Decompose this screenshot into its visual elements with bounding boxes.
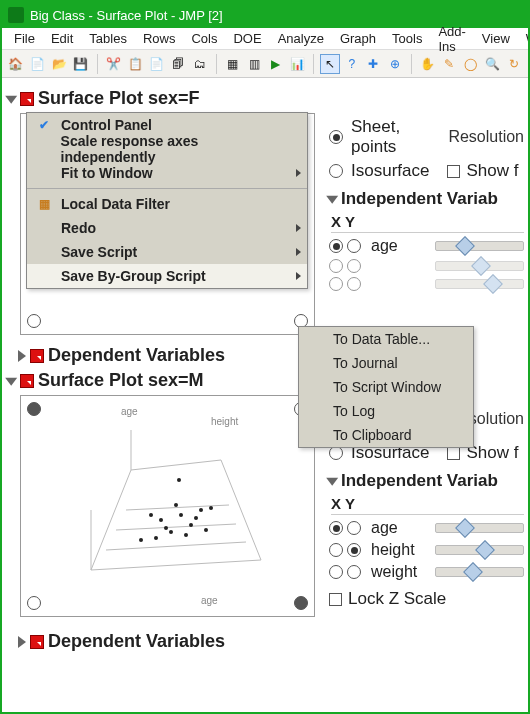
radio-y-weight[interactable] (347, 277, 361, 291)
radio-y-age[interactable] (347, 521, 361, 535)
slider-age[interactable] (435, 523, 524, 533)
slider-handle-icon[interactable] (475, 540, 495, 560)
xy-header: X Y (331, 213, 524, 233)
plot-corner-handle[interactable] (27, 314, 41, 328)
tb-table-icon[interactable]: ▦ (223, 54, 243, 74)
radio-x-age[interactable] (329, 521, 343, 535)
checkbox-lockz[interactable] (329, 593, 342, 606)
red-triangle-menu-icon[interactable] (30, 349, 44, 363)
menu-doe[interactable]: DOE (225, 29, 269, 48)
tb-paste-icon[interactable]: 📄 (147, 54, 167, 74)
svg-point-33 (164, 526, 168, 530)
radio-x-age[interactable] (329, 239, 343, 253)
plot-corner-handle[interactable] (27, 596, 41, 610)
section-m-title: Surface Plot sex=M (38, 370, 204, 391)
tb-brush-icon[interactable]: ✎ (440, 54, 460, 74)
menu-cols[interactable]: Cols (183, 29, 225, 48)
indep-vars-header[interactable]: Independent Variab (329, 189, 524, 209)
sub-to-datatable[interactable]: To Data Table... (299, 327, 473, 351)
dep-vars-header-m[interactable]: Dependent Variables (18, 631, 524, 652)
slider-handle-icon[interactable] (455, 518, 475, 538)
submenu-arrow-icon (296, 272, 301, 280)
radio-y-age[interactable] (347, 239, 361, 253)
tb-arrow-icon[interactable]: ↖ (320, 54, 340, 74)
tb-cols-icon[interactable]: ▥ (244, 54, 264, 74)
disclosure-triangle-icon[interactable] (5, 377, 17, 385)
tb-new-icon[interactable]: 📄 (28, 54, 48, 74)
slider-handle-icon[interactable] (471, 256, 491, 276)
slider-handle-icon[interactable] (483, 274, 503, 294)
radio-isosurface[interactable] (329, 446, 343, 460)
slider-height[interactable] (435, 545, 524, 555)
tb-open-icon[interactable]: 📂 (49, 54, 69, 74)
disclosure-triangle-icon[interactable] (18, 350, 26, 362)
toolbar-separator (97, 54, 98, 74)
tb-copy2-icon[interactable]: 🗐 (168, 54, 188, 74)
menu-addins[interactable]: Add-Ins (430, 22, 473, 56)
ctx-scale-axes[interactable]: Scale response axes independently (27, 137, 307, 161)
slider-weight[interactable] (435, 279, 524, 289)
radio-isosurface[interactable] (329, 164, 343, 178)
menu-tools[interactable]: Tools (384, 29, 430, 48)
menu-view[interactable]: View (474, 29, 518, 48)
ctx-redo[interactable]: Redo (27, 216, 307, 240)
tb-cut-icon[interactable]: ✂️ (104, 54, 124, 74)
plot-corner-handle[interactable] (294, 596, 308, 610)
plot-corner-handle[interactable] (27, 402, 41, 416)
menu-edit[interactable]: Edit (43, 29, 81, 48)
disclosure-triangle-icon[interactable] (5, 95, 17, 103)
ctx-local-filter[interactable]: ▦ Local Data Filter (27, 192, 307, 216)
tb-distribution-icon[interactable]: 📊 (288, 54, 308, 74)
slider-age[interactable] (435, 241, 524, 251)
radio-x-weight[interactable] (329, 565, 343, 579)
disclosure-triangle-icon[interactable] (326, 196, 338, 204)
tb-help-icon[interactable]: ? (342, 54, 362, 74)
menu-rows[interactable]: Rows (135, 29, 184, 48)
ctx-save-script[interactable]: Save Script (27, 240, 307, 264)
tb-crosshair-icon[interactable]: ✚ (364, 54, 384, 74)
tb-rotate-icon[interactable]: ↻ (504, 54, 524, 74)
indep-vars-header[interactable]: Independent Variab (329, 471, 524, 491)
disclosure-triangle-icon[interactable] (18, 636, 26, 648)
tb-earth-icon[interactable]: ⊕ (385, 54, 405, 74)
menu-file[interactable]: File (6, 29, 43, 48)
menu-window[interactable]: Window (518, 29, 530, 48)
tb-gallery-icon[interactable]: 🗂 (190, 54, 210, 74)
radio-y-height[interactable] (347, 543, 361, 557)
sub-to-log[interactable]: To Log (299, 399, 473, 423)
tb-hand-icon[interactable]: ✋ (418, 54, 438, 74)
slider-handle-icon[interactable] (463, 562, 483, 582)
ctx-fit-window[interactable]: Fit to Window (27, 161, 307, 185)
tb-save-icon[interactable]: 💾 (71, 54, 91, 74)
menu-tables[interactable]: Tables (81, 29, 135, 48)
radio-y-height[interactable] (347, 259, 361, 273)
red-triangle-menu-icon[interactable] (30, 635, 44, 649)
sub-to-journal[interactable]: To Journal (299, 351, 473, 375)
tb-lasso-icon[interactable]: ◯ (461, 54, 481, 74)
section-f-header[interactable]: Surface Plot sex=F ✔ Control Panel Scale… (8, 88, 524, 109)
radio-sheet[interactable] (329, 130, 343, 144)
slider-height[interactable] (435, 261, 524, 271)
var-label-age: age (371, 237, 431, 255)
radio-x-height[interactable] (329, 543, 343, 557)
radio-x-height[interactable] (329, 259, 343, 273)
checkbox-showf[interactable] (447, 447, 460, 460)
checkbox-showf[interactable] (447, 165, 460, 178)
tb-zoom-icon[interactable]: 🔍 (483, 54, 503, 74)
disclosure-triangle-icon[interactable] (326, 478, 338, 486)
surface-plot-m[interactable]: age height age (20, 395, 315, 617)
radio-x-weight[interactable] (329, 277, 343, 291)
red-triangle-menu-icon[interactable] (20, 92, 34, 106)
menu-graph[interactable]: Graph (332, 29, 384, 48)
slider-weight[interactable] (435, 567, 524, 577)
menu-analyze[interactable]: Analyze (270, 29, 332, 48)
red-triangle-menu-icon[interactable] (20, 374, 34, 388)
tb-run-icon[interactable]: ▶ (266, 54, 286, 74)
ctx-save-bygroup[interactable]: Save By-Group Script (27, 264, 307, 288)
sub-to-scriptwin[interactable]: To Script Window (299, 375, 473, 399)
tb-copy-icon[interactable]: 📋 (125, 54, 145, 74)
slider-handle-icon[interactable] (455, 236, 475, 256)
sub-to-clipboard[interactable]: To Clipboard (299, 423, 473, 447)
tb-home-icon[interactable]: 🏠 (6, 54, 26, 74)
radio-y-weight[interactable] (347, 565, 361, 579)
